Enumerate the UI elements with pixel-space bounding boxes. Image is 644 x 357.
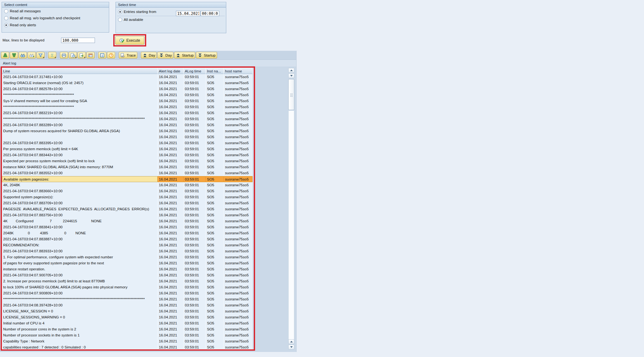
value-cell[interactable]: suoranw75so5 [224,116,253,122]
value-cell[interactable]: 03:59:01 [184,122,206,128]
table-row[interactable]: Sys-V shared memory will be used for cre… [2,98,253,104]
start-date-input[interactable] [176,11,200,16]
value-cell[interactable]: suoranw75so5 [224,296,253,302]
value-cell[interactable]: suoranw75so5 [224,230,253,236]
table-row[interactable]: Capability Type : Network16.04.202103:59… [2,338,253,344]
line-cell[interactable]: ****************************************… [2,104,158,110]
table-row[interactable]: instance restart operation.16.04.202103:… [2,266,253,272]
value-cell[interactable]: 16.04.2021 [158,266,184,272]
value-cell[interactable]: suoranw75so5 [224,272,253,278]
value-cell[interactable]: SO5 [206,152,224,158]
value-cell[interactable]: 16.04.2021 [158,122,184,128]
table-row[interactable]: Per process system memlock (soft) limit … [2,146,253,152]
value-cell[interactable]: SO5 [206,98,224,104]
value-cell[interactable]: 16.04.2021 [158,326,184,332]
value-cell[interactable]: 16.04.2021 [158,116,184,122]
value-cell[interactable]: suoranw75so5 [224,254,253,260]
sum-button[interactable]: Σ [48,52,56,58]
value-cell[interactable]: SO5 [206,332,224,338]
value-cell[interactable]: 03:59:01 [184,200,206,206]
value-cell[interactable]: suoranw75so5 [224,284,253,290]
table-row[interactable]: 2021-04-16T03:04:07.883395+10:0016.04.20… [2,140,253,146]
value-cell[interactable]: suoranw75so5 [224,332,253,338]
value-cell[interactable]: suoranw75so5 [224,86,253,92]
value-cell[interactable]: 03:59:01 [184,194,206,200]
value-cell[interactable]: 03:59:01 [184,308,206,314]
value-cell[interactable]: 03:59:01 [184,272,206,278]
value-cell[interactable]: SO5 [206,110,224,116]
line-cell[interactable]: Per process system memlock (soft) limit … [2,146,158,152]
value-cell[interactable]: SO5 [206,308,224,314]
table-row[interactable]: 2021-04-16T03:04:07.883709+10:0016.04.20… [2,200,253,206]
value-cell[interactable]: suoranw75so5 [224,302,253,308]
line-cell[interactable]: 2021-04-16T03:04:07.883660+10:00 [2,188,158,194]
value-cell[interactable]: SO5 [206,146,224,152]
value-cell[interactable]: 03:59:01 [184,224,206,230]
value-cell[interactable]: 16.04.2021 [158,170,184,176]
value-cell[interactable]: SO5 [206,140,224,146]
value-cell[interactable]: suoranw75so5 [224,218,253,224]
value-cell[interactable]: SO5 [206,92,224,98]
value-cell[interactable]: 16.04.2021 [158,194,184,200]
value-cell[interactable]: suoranw75so5 [224,122,253,128]
table-row[interactable]: 2021-04-16T03:04:07.900809+10:0016.04.20… [2,290,253,296]
line-cell[interactable]: 2021-04-16T03:04:07.883887+10:00 [2,236,158,242]
value-cell[interactable]: 16.04.2021 [158,224,184,230]
line-cell[interactable]: 2021-04-16T03:04:07.883709+10:00 [2,200,158,206]
value-cell[interactable]: SO5 [206,326,224,332]
value-cell[interactable]: 16.04.2021 [158,206,184,212]
table-row[interactable]: Expected per process system memlock (sof… [2,158,253,164]
table-row[interactable]: Starting ORACLE instance (normal) (OS id… [2,80,253,86]
value-cell[interactable]: SO5 [206,176,224,182]
choose-layout-button[interactable] [86,52,95,58]
value-cell[interactable]: SO5 [206,188,224,194]
table-row[interactable]: 2021-04-16T03:04:07.900705+10:0016.04.20… [2,272,253,278]
table-row[interactable]: Initial number of CPU is 416.04.202103:5… [2,320,253,326]
scrollbar-thumb[interactable] [288,79,294,110]
value-cell[interactable]: 03:59:01 [184,170,206,176]
content-option-radio-1[interactable] [4,16,8,20]
startup-up-button[interactable]: Startup [174,52,195,58]
value-cell[interactable]: suoranw75so5 [224,80,253,86]
value-cell[interactable]: 16.04.2021 [158,146,184,152]
value-cell[interactable]: 16.04.2021 [158,308,184,314]
value-cell[interactable]: SO5 [206,158,224,164]
value-cell[interactable]: 16.04.2021 [158,230,184,236]
line-cell[interactable]: 4K Configured 7 2244615 NONE [2,218,158,224]
value-cell[interactable]: 03:59:01 [184,314,206,320]
value-cell[interactable]: 16.04.2021 [158,254,184,260]
value-cell[interactable]: suoranw75so5 [224,176,253,182]
value-cell[interactable]: 03:59:01 [184,128,206,134]
value-cell[interactable]: SO5 [206,104,224,110]
value-cell[interactable]: 16.04.2021 [158,212,184,218]
value-cell[interactable]: 16.04.2021 [158,332,184,338]
trace-button[interactable]: Trace [119,52,137,58]
table-row[interactable]: PAGESIZE AVAILABLE_PAGES EXPECTED_PAGES … [2,206,253,212]
value-cell[interactable]: 03:59:01 [184,284,206,290]
value-cell[interactable]: SO5 [206,236,224,242]
table-row[interactable]: Dump of system resources acquired for SH… [2,128,253,134]
line-cell[interactable]: 2021-04-16T03:04:07.900705+10:00 [2,272,158,278]
line-cell[interactable] [2,134,158,140]
table-row[interactable]: ****************************************… [2,92,253,98]
value-cell[interactable]: SO5 [206,194,224,200]
table-row[interactable]: 2021-04-16T03:04:07.317481+10:0016.04.20… [2,74,253,80]
scroll-up-button-bottom[interactable] [288,339,294,344]
line-cell[interactable]: 2048K 0 4385 0 NONE [2,230,158,236]
value-cell[interactable]: 16.04.2021 [158,200,184,206]
value-cell[interactable]: suoranw75so5 [224,224,253,230]
line-cell[interactable]: to lock 100% of SHARED GLOBAL AREA (SGA)… [2,284,158,290]
day-down-button[interactable]: Day [157,52,173,58]
table-row[interactable]: capabilities requested : 7 detected : 0 … [2,344,253,350]
value-cell[interactable]: suoranw75so5 [224,212,253,218]
value-cell[interactable]: SO5 [206,266,224,272]
scrollbar-track[interactable] [288,111,294,339]
value-cell[interactable]: 03:59:01 [184,290,206,296]
value-cell[interactable]: SO5 [206,314,224,320]
value-cell[interactable]: SO5 [206,344,224,350]
table-row[interactable]: 2021-04-16T03:04:07.883841+10:0016.04.20… [2,224,253,230]
value-cell[interactable]: 16.04.2021 [158,134,184,140]
value-cell[interactable]: SO5 [206,338,224,344]
table-row[interactable]: 16.04.202103:59:01SO5suoranw75so5 [2,134,253,140]
value-cell[interactable]: 16.04.2021 [158,320,184,326]
